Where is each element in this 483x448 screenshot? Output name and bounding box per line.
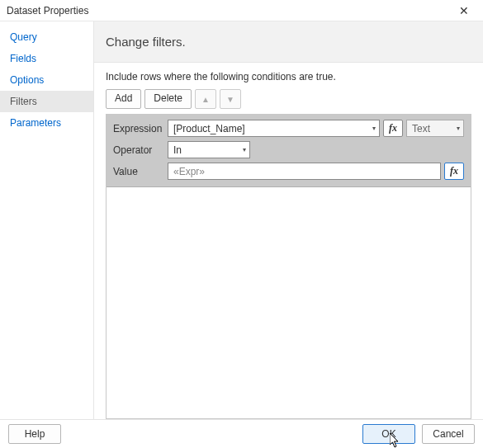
sidebar-item-parameters[interactable]: Parameters <box>0 112 93 134</box>
value-row: Value «Expr» fx <box>113 163 464 180</box>
titlebar: Dataset Properties ✕ <box>0 0 483 21</box>
expression-label: Expression <box>113 123 164 134</box>
main-panel: Change filters. Include rows where the f… <box>94 21 483 419</box>
sidebar-item-fields[interactable]: Fields <box>0 48 93 69</box>
help-button-label: Help <box>25 428 45 440</box>
close-icon: ✕ <box>459 4 469 17</box>
type-combo[interactable]: Text ▾ <box>406 120 464 137</box>
footer: Help OK Cancel <box>0 419 483 447</box>
expression-fx-button[interactable]: fx <box>383 120 403 137</box>
operator-row: Operator In ▾ <box>113 141 464 158</box>
cancel-button[interactable]: Cancel <box>422 424 475 444</box>
dialog-body: Query Fields Options Filters Parameters … <box>0 21 483 419</box>
operator-combo[interactable]: In ▾ <box>168 141 250 158</box>
chevron-down-icon: ▾ <box>243 146 246 153</box>
close-button[interactable]: ✕ <box>452 2 476 19</box>
expression-combo[interactable]: [Product_Name] ▾ <box>168 120 380 137</box>
delete-button[interactable]: Delete <box>144 89 192 109</box>
sidebar: Query Fields Options Filters Parameters <box>0 21 94 419</box>
filter-toolbar: Add Delete ▲ ▼ <box>106 89 471 109</box>
type-value: Text <box>412 123 430 134</box>
instruction-text: Include rows where the following conditi… <box>106 71 471 83</box>
fx-icon: fx <box>389 122 397 134</box>
sidebar-item-filters[interactable]: Filters <box>0 91 93 112</box>
expression-row: Expression [Product_Name] ▾ fx Text ▾ <box>113 120 464 137</box>
filter-list-area <box>107 187 471 418</box>
help-button[interactable]: Help <box>8 424 61 444</box>
value-input[interactable]: «Expr» <box>168 163 441 180</box>
delete-button-label: Delete <box>154 92 182 104</box>
add-button-label: Add <box>115 92 132 104</box>
sidebar-item-query[interactable]: Query <box>0 26 93 48</box>
filter-panel: Expression [Product_Name] ▾ fx Text ▾ Op… <box>106 114 471 419</box>
add-button[interactable]: Add <box>106 89 141 109</box>
arrow-up-icon: ▲ <box>201 95 210 104</box>
sidebar-item-label: Query <box>10 31 37 43</box>
sidebar-item-label: Parameters <box>10 117 61 129</box>
operator-label: Operator <box>113 144 164 156</box>
operator-value: In <box>173 144 182 156</box>
ok-button-label: OK <box>381 428 395 440</box>
chevron-down-icon: ▾ <box>457 125 460 132</box>
value-placeholder: «Expr» <box>173 166 205 177</box>
window-title: Dataset Properties <box>7 5 88 17</box>
move-down-button[interactable]: ▼ <box>220 89 241 109</box>
filter-editor: Expression [Product_Name] ▾ fx Text ▾ Op… <box>107 115 471 187</box>
cancel-button-label: Cancel <box>433 428 463 440</box>
sidebar-item-options[interactable]: Options <box>0 69 93 91</box>
chevron-down-icon: ▾ <box>372 125 376 132</box>
arrow-down-icon: ▼ <box>226 95 234 104</box>
value-fx-button[interactable]: fx <box>444 163 464 180</box>
sidebar-item-label: Fields <box>10 53 36 64</box>
expression-value: [Product_Name] <box>173 123 245 134</box>
value-label: Value <box>113 166 164 177</box>
move-up-button[interactable]: ▲ <box>195 89 216 109</box>
sidebar-item-label: Options <box>10 74 44 86</box>
sidebar-item-label: Filters <box>10 96 37 107</box>
fx-icon: fx <box>450 165 458 177</box>
content-area: Include rows where the following conditi… <box>94 63 483 419</box>
ok-button[interactable]: OK <box>362 424 415 444</box>
page-heading: Change filters. <box>106 35 186 49</box>
heading-area: Change filters. <box>94 21 483 63</box>
